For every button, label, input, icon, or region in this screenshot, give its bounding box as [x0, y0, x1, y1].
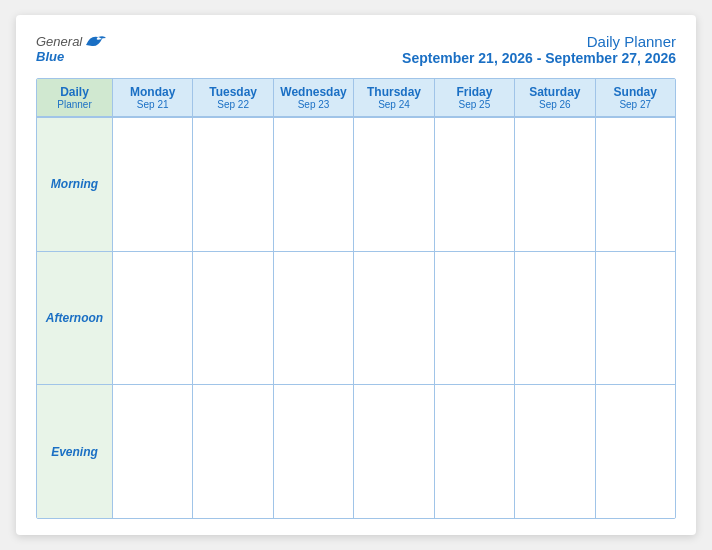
page: General Blue Daily Planner September 21,… [16, 15, 696, 535]
evening-sunday-cell[interactable] [596, 385, 675, 518]
header-monday: Monday Sep 21 [113, 79, 193, 116]
header-sunday-sub: Sep 27 [619, 99, 651, 110]
header-friday-label: Friday [456, 85, 492, 99]
header-saturday-sub: Sep 26 [539, 99, 571, 110]
header-friday-sub: Sep 25 [459, 99, 491, 110]
afternoon-tuesday-cell[interactable] [193, 252, 273, 385]
calendar: Daily Planner Monday Sep 21 Tuesday Sep … [36, 78, 676, 519]
evening-thursday-cell[interactable] [354, 385, 434, 518]
afternoon-friday-cell[interactable] [435, 252, 515, 385]
planner-date-range: September 21, 2026 - September 27, 2026 [402, 50, 676, 66]
afternoon-thursday-cell[interactable] [354, 252, 434, 385]
morning-thursday-cell[interactable] [354, 118, 434, 251]
header-friday: Friday Sep 25 [435, 79, 515, 116]
afternoon-row: Afternoon [37, 251, 675, 385]
morning-sunday-cell[interactable] [596, 118, 675, 251]
header-thursday: Thursday Sep 24 [354, 79, 434, 116]
header-tuesday-sub: Sep 22 [217, 99, 249, 110]
calendar-header: Daily Planner Monday Sep 21 Tuesday Sep … [37, 79, 675, 117]
morning-tuesday-cell[interactable] [193, 118, 273, 251]
header-wednesday-label: Wednesday [280, 85, 346, 99]
header-planner-label: Planner [57, 99, 91, 110]
logo: General Blue [36, 33, 106, 64]
header-tuesday: Tuesday Sep 22 [193, 79, 273, 116]
afternoon-saturday-cell[interactable] [515, 252, 595, 385]
afternoon-wednesday-cell[interactable] [274, 252, 354, 385]
logo-bird-icon [84, 33, 106, 49]
header-monday-label: Monday [130, 85, 175, 99]
morning-wednesday-cell[interactable] [274, 118, 354, 251]
title-block: Daily Planner September 21, 2026 - Septe… [402, 33, 676, 66]
planner-title: Daily Planner [402, 33, 676, 50]
evening-label: Evening [37, 385, 113, 518]
header-thursday-sub: Sep 24 [378, 99, 410, 110]
evening-monday-cell[interactable] [113, 385, 193, 518]
calendar-body: Morning Afternoon Evening [37, 117, 675, 518]
header-sunday: Sunday Sep 27 [596, 79, 675, 116]
evening-tuesday-cell[interactable] [193, 385, 273, 518]
header-sunday-label: Sunday [614, 85, 657, 99]
logo-general-text: General [36, 34, 82, 49]
afternoon-label: Afternoon [37, 252, 113, 385]
header-wednesday-sub: Sep 23 [298, 99, 330, 110]
evening-friday-cell[interactable] [435, 385, 515, 518]
header-tuesday-label: Tuesday [209, 85, 257, 99]
afternoon-sunday-cell[interactable] [596, 252, 675, 385]
morning-monday-cell[interactable] [113, 118, 193, 251]
morning-label: Morning [37, 118, 113, 251]
header-saturday-label: Saturday [529, 85, 580, 99]
header-thursday-label: Thursday [367, 85, 421, 99]
afternoon-monday-cell[interactable] [113, 252, 193, 385]
evening-wednesday-cell[interactable] [274, 385, 354, 518]
header-daily-planner: Daily Planner [37, 79, 113, 116]
header-wednesday: Wednesday Sep 23 [274, 79, 354, 116]
logo-blue-text: Blue [36, 49, 64, 64]
header-monday-sub: Sep 21 [137, 99, 169, 110]
header-saturday: Saturday Sep 26 [515, 79, 595, 116]
evening-row: Evening [37, 384, 675, 518]
top-bar: General Blue Daily Planner September 21,… [36, 33, 676, 66]
morning-saturday-cell[interactable] [515, 118, 595, 251]
morning-friday-cell[interactable] [435, 118, 515, 251]
header-daily-label: Daily [60, 85, 89, 99]
evening-saturday-cell[interactable] [515, 385, 595, 518]
morning-row: Morning [37, 117, 675, 251]
